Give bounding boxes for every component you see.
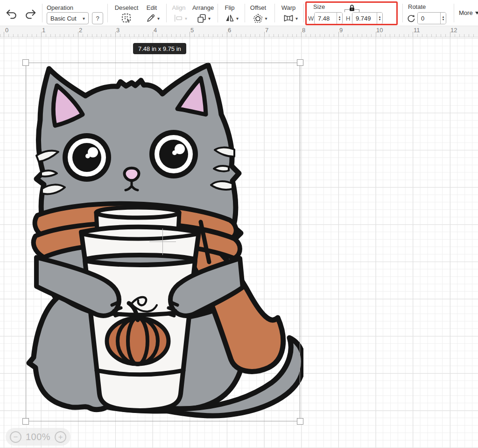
chevron-down-icon: ▾ xyxy=(236,16,239,21)
design-canvas[interactable]: 7.48 in x 9.75 in xyxy=(0,37,478,448)
rotate-field: ▲ ▼ xyxy=(417,12,446,24)
align-button[interactable]: ▾ xyxy=(171,12,190,25)
ruler-number: 6 xyxy=(228,27,231,34)
selection-handle-top-left[interactable] xyxy=(22,59,29,66)
size-tooltip: 7.48 in x 9.75 in xyxy=(133,43,186,54)
toolbar-divider xyxy=(245,4,245,22)
ruler-number: 7 xyxy=(265,27,268,34)
ruler-number: 5 xyxy=(190,27,194,34)
cricut-design-space-app: Operation Basic Cut ▾ ? Deselect Edit ▾ xyxy=(0,0,478,448)
operation-label: Operation xyxy=(47,4,73,11)
warp-label: Warp xyxy=(277,4,300,11)
ruler-major-ticks xyxy=(0,32,478,37)
operation-help-button[interactable]: ? xyxy=(92,12,103,24)
width-field: ▲ ▼ xyxy=(314,12,343,24)
arrange-layers-icon xyxy=(197,13,207,23)
deselect-button[interactable] xyxy=(120,12,133,25)
offset-icon xyxy=(253,13,263,24)
selection-bounding-box[interactable] xyxy=(26,63,300,421)
pencil-icon xyxy=(146,13,156,23)
ruler-number: 11 xyxy=(414,27,420,34)
operation-value: Basic Cut xyxy=(50,15,77,22)
undo-icon xyxy=(6,9,18,20)
flip-label: Flip xyxy=(219,4,240,11)
arrange-label: Arrange xyxy=(190,4,216,11)
flip-button[interactable]: ▾ xyxy=(221,12,242,25)
rotate-label: Rotate xyxy=(408,3,426,10)
redo-icon xyxy=(24,9,36,20)
rotate-icon[interactable] xyxy=(406,14,415,23)
chevron-down-icon: ▾ xyxy=(83,16,85,21)
deselect-label: Deselect xyxy=(113,4,140,11)
width-stepper[interactable]: ▲ ▼ xyxy=(337,13,342,24)
undo-button[interactable] xyxy=(4,7,20,21)
more-button[interactable]: More xyxy=(459,9,478,16)
ruler-number: 8 xyxy=(302,27,305,34)
offset-label: Offset xyxy=(246,4,270,11)
ruler-number: 12 xyxy=(450,27,457,34)
toolbar-divider xyxy=(42,4,42,22)
toolbar-divider xyxy=(303,4,304,22)
edit-label: Edit xyxy=(141,4,162,11)
selection-handle-bottom-left[interactable] xyxy=(22,418,29,425)
flip-icon xyxy=(225,13,235,23)
rotate-stepper[interactable]: ▲ ▼ xyxy=(440,13,446,24)
arrange-button[interactable]: ▾ xyxy=(193,12,214,25)
zoom-level: 100% xyxy=(26,432,50,442)
zoom-out-button[interactable]: − xyxy=(10,431,21,443)
ruler-number: 4 xyxy=(154,27,157,34)
toolbar-divider xyxy=(107,4,108,22)
deselect-icon xyxy=(121,13,132,24)
warp-icon xyxy=(283,13,294,23)
ruler-number: 10 xyxy=(376,27,383,34)
top-toolbar: Operation Basic Cut ▾ ? Deselect Edit ▾ xyxy=(0,0,478,26)
more-label: More xyxy=(459,9,473,16)
stepper-down-icon: ▼ xyxy=(379,18,381,21)
stepper-down-icon: ▼ xyxy=(338,18,341,21)
toolbar-divider xyxy=(402,4,403,22)
chevron-down-icon: ▾ xyxy=(295,16,298,21)
height-input[interactable] xyxy=(352,13,377,24)
size-h-label: H xyxy=(346,15,350,22)
offset-button[interactable]: ▾ xyxy=(249,12,271,25)
height-field: ▲ ▼ xyxy=(352,12,383,24)
toolbar-divider xyxy=(454,4,454,22)
chevron-down-icon xyxy=(475,12,478,14)
ruler-number: 3 xyxy=(116,27,120,34)
chevron-down-icon: ▾ xyxy=(185,16,187,21)
rotate-input[interactable] xyxy=(418,13,440,24)
stepper-down-icon: ▼ xyxy=(442,18,445,21)
align-icon xyxy=(173,13,183,23)
align-label: Align xyxy=(169,4,188,11)
chevron-down-icon: ▾ xyxy=(208,16,211,21)
selection-center-crosshair xyxy=(162,228,163,255)
height-stepper[interactable]: ▲ ▼ xyxy=(377,13,382,24)
size-w-label: W xyxy=(308,15,314,22)
toolbar-divider xyxy=(166,4,167,22)
selection-handle-top-right[interactable] xyxy=(297,59,303,66)
ruler-number: 0 xyxy=(5,27,8,34)
horizontal-ruler: 0 1 2 3 4 5 6 7 8 9 10 11 12 xyxy=(0,26,478,37)
toolbar-divider xyxy=(218,4,218,22)
ruler-number: 1 xyxy=(42,27,45,34)
chevron-down-icon: ▾ xyxy=(265,16,267,21)
ruler-number: 2 xyxy=(79,27,82,34)
width-input[interactable] xyxy=(315,13,337,24)
warp-button[interactable]: ▾ xyxy=(280,12,301,25)
toolbar-divider xyxy=(274,4,275,22)
selection-handle-bottom-right[interactable] xyxy=(297,418,303,425)
zoom-control: − 100% + xyxy=(6,428,70,446)
edit-button[interactable]: ▾ xyxy=(143,12,162,25)
size-label: Size xyxy=(313,3,325,10)
ruler-number: 9 xyxy=(339,27,343,34)
redo-button[interactable] xyxy=(22,7,38,21)
operation-dropdown[interactable]: Basic Cut ▾ xyxy=(47,12,89,24)
zoom-in-button[interactable]: + xyxy=(55,431,66,443)
chevron-down-icon: ▾ xyxy=(157,16,160,21)
